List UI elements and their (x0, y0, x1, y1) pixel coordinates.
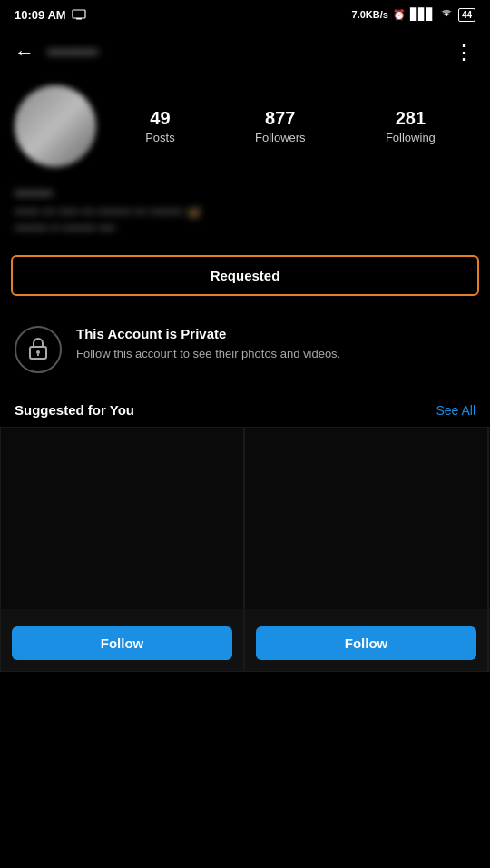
suggested-card-2: Follow (244, 427, 488, 672)
status-bar: 10:09 AM 7.0KB/s ⏰ ▋▋▋ 44 (0, 0, 490, 29)
suggested-card-1: Follow (0, 427, 244, 672)
screen-icon (72, 9, 86, 20)
top-nav: ← •••••••••• ⋮ (0, 29, 490, 76)
followers-stat[interactable]: 877 Followers (255, 108, 306, 144)
following-count: 281 (396, 108, 426, 129)
username-label: •••••••••• (34, 44, 454, 61)
followers-label: Followers (255, 131, 306, 144)
network-speed: 7.0KB/s (352, 9, 388, 20)
svg-rect-0 (73, 10, 85, 18)
avatar (15, 85, 96, 167)
card-image-2 (245, 428, 487, 609)
time: 10:09 AM (15, 8, 66, 22)
back-button[interactable]: ← (15, 41, 34, 64)
more-options-button[interactable]: ⋮ (454, 41, 475, 64)
svg-point-3 (36, 350, 40, 354)
lock-icon (26, 335, 50, 364)
bio-name: •••••••• (15, 185, 475, 201)
private-account-title: This Account is Private (76, 326, 475, 341)
private-text-block: This Account is Private Follow this acco… (76, 326, 475, 363)
battery-icon: 44 (458, 8, 475, 22)
following-label: Following (386, 131, 436, 144)
follow-button-1[interactable]: Follow (12, 626, 232, 660)
suggested-title: Suggested for You (15, 402, 134, 418)
posts-label: Posts (145, 131, 175, 144)
private-notice: This Account is Private Follow this acco… (0, 311, 490, 391)
wifi-icon (439, 8, 454, 21)
suggested-cards: Follow Follow Follow (0, 427, 490, 672)
bio-text: •••••• ••• ••••• ••• •••••••• ••• ••••••… (15, 204, 475, 237)
requested-button[interactable]: Requested (11, 255, 479, 296)
stats-container: 49 Posts 877 Followers 281 Following (105, 108, 475, 144)
followers-count: 877 (265, 108, 295, 129)
bio-section: •••••••• •••••• ••• ••••• ••• •••••••• •… (0, 182, 490, 248)
private-account-description: Follow this account to see their photos … (76, 345, 475, 363)
svg-rect-1 (76, 18, 82, 20)
following-stat[interactable]: 281 Following (386, 108, 436, 144)
follow-button-2[interactable]: Follow (256, 626, 476, 660)
requested-btn-container: Requested (0, 248, 490, 311)
alarm-icon: ⏰ (393, 9, 406, 21)
profile-header: 49 Posts 877 Followers 281 Following (0, 76, 490, 182)
status-left: 10:09 AM (15, 8, 86, 22)
posts-count: 49 (150, 108, 170, 129)
signal-icon: ▋▋▋ (410, 8, 435, 21)
status-right: 7.0KB/s ⏰ ▋▋▋ 44 (352, 8, 475, 22)
card-image-1 (1, 428, 243, 609)
posts-stat: 49 Posts (145, 108, 175, 144)
suggested-header: Suggested for You See All (0, 391, 490, 427)
see-all-button[interactable]: See All (436, 403, 475, 418)
lock-icon-container (15, 326, 62, 373)
